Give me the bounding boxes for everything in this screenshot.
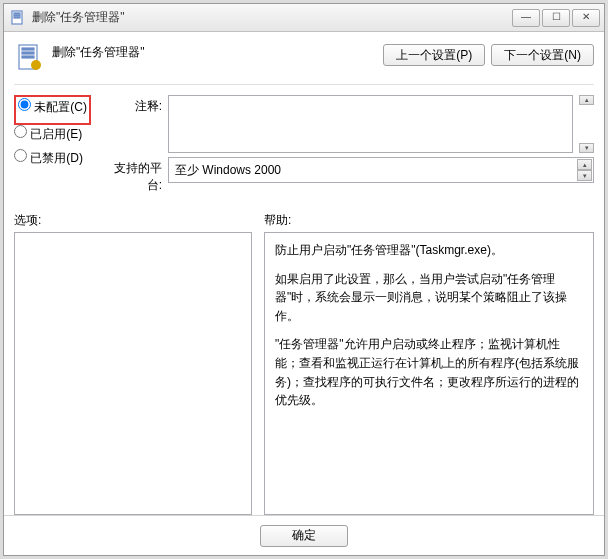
- titlebar: 删除"任务管理器" — ☐ ✕: [4, 4, 604, 32]
- help-label: 帮助:: [264, 212, 594, 229]
- options-label: 选项:: [14, 212, 252, 229]
- platform-spin-up[interactable]: ▴: [577, 159, 592, 170]
- radio-not-configured-input[interactable]: [18, 98, 31, 111]
- close-button[interactable]: ✕: [572, 9, 600, 27]
- help-panel: 防止用户启动"任务管理器"(Taskmgr.exe)。 如果启用了此设置，那么，…: [264, 232, 594, 515]
- svg-rect-3: [14, 17, 20, 18]
- svg-rect-7: [22, 56, 34, 58]
- platform-label: 支持的平台:: [106, 157, 162, 194]
- svg-rect-2: [14, 15, 20, 16]
- minimize-button[interactable]: —: [512, 9, 540, 27]
- footer: 确定: [4, 515, 604, 555]
- policy-icon: [10, 10, 26, 26]
- help-text-1: 防止用户启动"任务管理器"(Taskmgr.exe)。: [275, 241, 583, 260]
- radio-not-configured-label: 未配置(C): [34, 100, 87, 114]
- radio-enabled-label: 已启用(E): [30, 127, 82, 141]
- svg-rect-1: [14, 13, 20, 14]
- ok-button[interactable]: 确定: [260, 525, 348, 547]
- next-setting-button[interactable]: 下一个设置(N): [491, 44, 594, 66]
- svg-point-8: [31, 60, 41, 70]
- highlight-marker: 未配置(C): [14, 95, 91, 125]
- dialog-window: 删除"任务管理器" — ☐ ✕ 删除"任务管理器" 上一个设置(P) 下一个设置…: [3, 3, 605, 556]
- comment-textarea[interactable]: [168, 95, 573, 153]
- comment-label: 注释:: [106, 95, 162, 115]
- help-text-2: 如果启用了此设置，那么，当用户尝试启动"任务管理器"时，系统会显示一则消息，说明…: [275, 270, 583, 326]
- comment-spin-up[interactable]: ▴: [579, 95, 594, 105]
- radio-disabled-label: 已禁用(D): [30, 151, 83, 165]
- radio-disabled-input[interactable]: [14, 149, 27, 162]
- comment-spin-down[interactable]: ▾: [579, 143, 594, 153]
- previous-setting-button[interactable]: 上一个设置(P): [383, 44, 485, 66]
- help-text-3: "任务管理器"允许用户启动或终止程序；监视计算机性能；查看和监视正运行在计算机上…: [275, 335, 583, 409]
- radio-not-configured[interactable]: 未配置(C): [18, 98, 87, 116]
- state-radio-group: 未配置(C) 已启用(E) 已禁用(D): [14, 95, 96, 167]
- policy-large-icon: [14, 42, 46, 74]
- options-panel: [14, 232, 252, 515]
- radio-enabled[interactable]: 已启用(E): [14, 125, 96, 143]
- radio-enabled-input[interactable]: [14, 125, 27, 138]
- radio-disabled[interactable]: 已禁用(D): [14, 149, 96, 167]
- maximize-button[interactable]: ☐: [542, 9, 570, 27]
- platform-value: 至少 Windows 2000: [175, 162, 281, 179]
- platform-box: 至少 Windows 2000 ▴ ▾: [168, 157, 594, 183]
- page-title: 删除"任务管理器": [52, 42, 377, 61]
- svg-rect-5: [22, 48, 34, 50]
- platform-spin-down[interactable]: ▾: [577, 170, 592, 181]
- header: 删除"任务管理器" 上一个设置(P) 下一个设置(N): [14, 38, 594, 85]
- svg-rect-6: [22, 52, 34, 54]
- window-title: 删除"任务管理器": [32, 9, 512, 26]
